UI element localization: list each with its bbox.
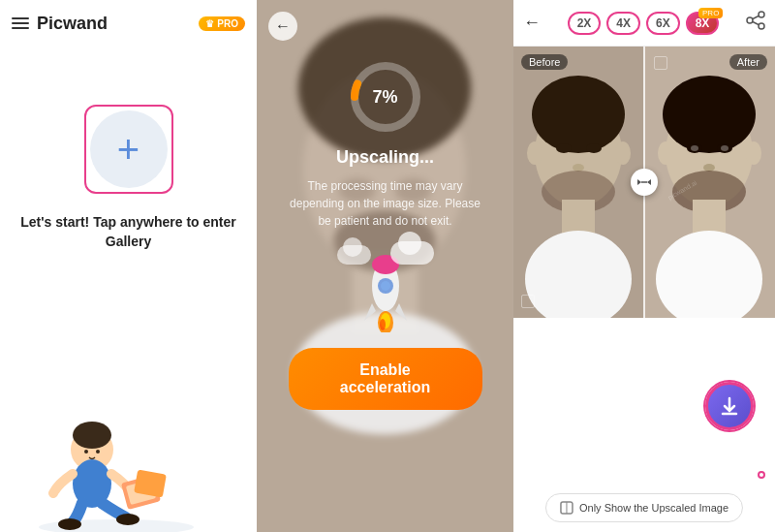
rocket-svg (356, 255, 415, 332)
crown-icon: ♛ (205, 18, 214, 29)
svg-point-50 (691, 145, 698, 151)
scale-options: 2X 4X 6X 8X PRO (568, 12, 720, 35)
before-label: Before (521, 54, 568, 70)
progress-percent: 7% (372, 87, 397, 108)
svg-point-31 (747, 17, 753, 23)
svg-marker-26 (395, 303, 407, 321)
svg-point-29 (380, 319, 386, 330)
result-topbar: ← 2X 4X 6X 8X PRO (513, 0, 775, 47)
compare-icon (560, 501, 574, 515)
download-highlight (758, 471, 765, 479)
panel-result: ← 2X 4X 6X 8X PRO (513, 0, 775, 532)
svg-rect-10 (134, 470, 167, 498)
upscaling-description: The processing time may vary depending o… (257, 177, 513, 230)
svg-point-57 (658, 141, 673, 165)
cloud-right (390, 241, 434, 265)
download-icon (719, 395, 740, 417)
rocket-area (337, 241, 434, 332)
person-svg (10, 387, 223, 532)
scale-4x-button[interactable]: 4X (606, 12, 640, 35)
panel-home: Picwand ♛ PRO + Let's start! Tap anywher… (0, 0, 257, 532)
plus-icon: + (117, 130, 140, 169)
top-bar: Picwand ♛ PRO (0, 0, 257, 47)
svg-point-37 (532, 76, 625, 153)
divider-arrows-icon (636, 174, 652, 190)
svg-point-7 (116, 514, 140, 525)
svg-marker-25 (364, 303, 376, 321)
only-show-label: Only Show the Upscaled Image (579, 502, 728, 514)
svg-point-40 (573, 164, 584, 172)
watermark-box-left (521, 295, 535, 308)
share-icon (746, 11, 765, 30)
svg-point-48 (663, 76, 756, 153)
enable-acceleration-button[interactable]: Enable acceleration (289, 348, 482, 410)
bottom-area: Only Show the Upscaled Image (513, 318, 775, 532)
svg-point-52 (721, 145, 728, 151)
upscale-content: 7% Upscaling... The processing time may … (257, 0, 513, 410)
hamburger-icon[interactable] (12, 17, 29, 29)
image-compare[interactable]: picwand.ai Before After (513, 47, 775, 318)
svg-point-39 (586, 143, 602, 153)
svg-line-34 (753, 22, 759, 25)
pro-label: PRO (217, 18, 238, 29)
pro-tag-8x: PRO (698, 8, 723, 18)
pro-badge[interactable]: ♛ PRO (199, 16, 245, 31)
logo-area: Picwand (12, 14, 108, 34)
svg-point-4 (96, 450, 100, 454)
back-button[interactable]: ← (268, 12, 297, 41)
app-title: Picwand (37, 14, 108, 34)
svg-line-33 (753, 16, 759, 19)
share-button[interactable] (746, 11, 765, 35)
svg-point-3 (84, 450, 88, 454)
before-face (513, 47, 644, 318)
svg-point-58 (746, 141, 761, 165)
panel-upscale: ← 7% Upscaling... The processing time ma… (257, 0, 513, 532)
scale-2x-button[interactable]: 2X (568, 12, 602, 35)
after-half: picwand.ai (644, 47, 775, 318)
gallery-text[interactable]: Let's start! Tap anywhere to enter Galle… (0, 213, 257, 251)
download-area (758, 471, 765, 479)
scale-6x-button[interactable]: 6X (646, 12, 680, 35)
svg-point-44 (527, 141, 542, 165)
back-arrow-icon: ← (275, 17, 291, 35)
home-illustration (0, 377, 257, 532)
watermark-box-right (654, 56, 667, 70)
svg-marker-61 (647, 179, 651, 185)
add-button-container[interactable]: + (84, 105, 173, 194)
progress-ring: 7% (347, 58, 424, 136)
svg-point-6 (58, 518, 81, 530)
svg-point-2 (73, 422, 111, 449)
download-button[interactable] (705, 382, 754, 430)
add-button[interactable]: + (90, 110, 168, 188)
only-show-button[interactable]: Only Show the Upscaled Image (545, 493, 743, 522)
divider-handle[interactable] (631, 169, 658, 196)
svg-point-38 (556, 143, 572, 153)
svg-point-24 (381, 281, 390, 291)
after-label: After (729, 54, 767, 70)
svg-marker-60 (637, 179, 641, 185)
after-face: picwand.ai (644, 47, 775, 318)
svg-point-53 (703, 164, 715, 172)
scale-8x-wrapper: 8X PRO (686, 12, 720, 35)
svg-point-45 (615, 141, 631, 165)
before-half (513, 47, 644, 318)
result-back-button[interactable]: ← (523, 13, 541, 33)
cloud-left (337, 245, 371, 265)
upscaling-label: Upscaling... (336, 147, 434, 168)
svg-point-32 (759, 23, 764, 29)
svg-point-30 (759, 12, 764, 17)
clouds (337, 241, 434, 265)
